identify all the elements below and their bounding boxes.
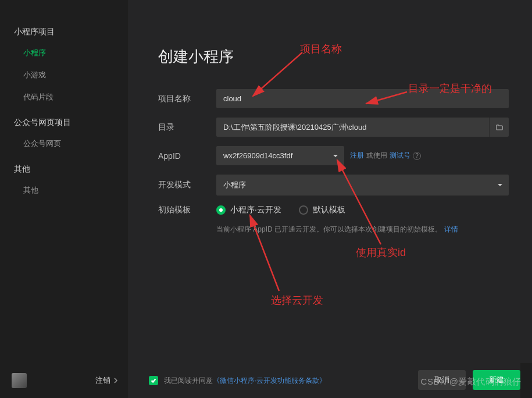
label-project-name: 项目名称 [158,94,216,104]
radio-dot-icon [216,205,226,215]
browse-folder-button[interactable] [489,118,509,137]
template-option-default[interactable]: 默认模板 [299,205,345,215]
sidebar-group-official: 公众号网页项目 [0,113,128,133]
label-appid: AppID [158,151,216,161]
label-dev-mode: 开发模式 [158,180,216,190]
sidebar-item-minigame[interactable]: 小游戏 [0,64,128,86]
terms-link[interactable]: 《微信小程序·云开发功能服务条款》 [213,376,326,385]
sidebar-item-miniprogram[interactable]: 小程序 [0,42,128,64]
page-title: 创建小程序 [158,47,509,67]
agree-text: 我已阅读并同意《微信小程序·云开发功能服务条款》 [164,376,326,386]
sidebar: 小程序项目 小程序 小游戏 代码片段 公众号网页项目 公众号网页 其他 其他 [0,0,128,398]
watermark: CSDN @爱敲代码的狼仔 [421,376,522,388]
radio-dot-icon [299,205,308,215]
template-option-cloud[interactable]: 小程序·云开发 [216,205,281,215]
appid-select[interactable]: wx2f26909d14cc3fdf [216,146,344,165]
avatar[interactable] [12,373,27,388]
agree-checkbox[interactable] [149,376,158,385]
sidebar-item-other[interactable]: 其他 [0,179,128,201]
label-init-template: 初始模板 [158,205,216,215]
appid-helper: 注册 或使用 测试号 ? [350,151,421,161]
template-detail-link[interactable]: 详情 [444,225,458,233]
test-account-link[interactable]: 测试号 [390,151,410,161]
sidebar-item-official-web[interactable]: 公众号网页 [0,133,128,155]
help-icon[interactable]: ? [413,152,421,160]
label-directory: 目录 [158,122,216,133]
register-link[interactable]: 注册 [350,151,364,161]
project-name-input[interactable] [216,89,509,108]
logout-button[interactable]: 注销 [95,375,119,386]
directory-input[interactable] [216,118,489,137]
main-panel: 创建小程序 项目名称 目录 AppID wx2f26909d14cc3fdf [128,0,532,363]
sidebar-group-miniprogram: 小程序项目 [0,22,128,42]
template-note: 当前小程序 AppID 已开通云开发。你可以选择本次创建项目的初始模板。详情 [216,225,509,234]
dev-mode-select[interactable]: 小程序 [216,175,509,196]
sidebar-group-other: 其他 [0,159,128,179]
sidebar-item-snippet[interactable]: 代码片段 [0,86,128,108]
